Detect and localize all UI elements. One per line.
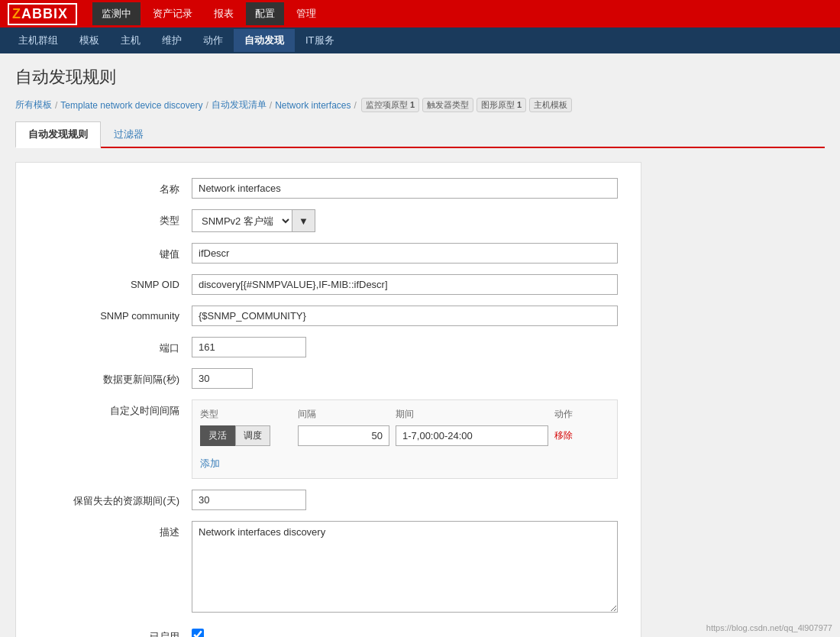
sub-navigation: 主机群组 模板 主机 维护 动作 自动发现 IT服务: [0, 27, 840, 53]
form-row-name: 名称: [39, 178, 618, 199]
field-name: [192, 178, 618, 199]
type-select-wrap: SNMPv2 客户端 ▼: [192, 209, 315, 232]
label-snmp-oid: SNMP OID: [39, 274, 192, 290]
logo-z: Z: [12, 6, 21, 21]
port-input[interactable]: [192, 337, 306, 357]
field-description: Network interfaces discovery: [192, 521, 618, 615]
subnav-itservices[interactable]: IT服务: [295, 29, 345, 52]
enabled-checkbox[interactable]: [192, 629, 204, 637]
name-input[interactable]: [192, 178, 618, 199]
interval-header: 类型 间隔 期间 动作: [200, 408, 609, 421]
interval-type-group: 灵活 调度: [200, 425, 292, 446]
label-name: 名称: [39, 178, 192, 196]
breadcrumb-template[interactable]: Template network device discovery: [60, 100, 202, 111]
label-port: 端口: [39, 337, 192, 355]
label-snmp-community: SNMP community: [39, 306, 192, 322]
form-row-update-interval: 数据更新间隔(秒): [39, 368, 618, 389]
subnav-template[interactable]: 模板: [69, 29, 110, 52]
field-snmp-oid: [192, 274, 618, 295]
label-enabled: 已启用: [39, 626, 192, 637]
interval-value-input[interactable]: [298, 425, 389, 446]
form-row-type: 类型 SNMPv2 客户端 ▼: [39, 209, 618, 232]
form-row-snmp-oid: SNMP OID: [39, 274, 618, 295]
btn-schedule[interactable]: 调度: [235, 425, 270, 446]
form-row-port: 端口: [39, 337, 618, 357]
field-keep-lost: [192, 490, 618, 510]
subnav-autodiscovery[interactable]: 自动发现: [234, 29, 295, 52]
type-select[interactable]: SNMPv2 客户端: [192, 209, 292, 232]
nav-reports[interactable]: 报表: [205, 2, 243, 25]
field-update-interval: [192, 368, 618, 389]
breadcrumb-network-interfaces[interactable]: Network interfaces: [275, 100, 351, 111]
badge-graph-prototype[interactable]: 图形原型 1: [477, 98, 526, 112]
badge-trigger-type[interactable]: 触发器类型: [422, 98, 473, 112]
subnav-hostgroup[interactable]: 主机群组: [8, 29, 69, 52]
form-row-description: 描述 Network interfaces discovery: [39, 521, 618, 615]
field-key: [192, 243, 618, 264]
form-container: 名称 类型 SNMPv2 客户端 ▼ 键值: [15, 162, 641, 637]
field-snmp-community: [192, 306, 618, 326]
tabs-container: 自动发现规则 过滤器: [15, 121, 825, 148]
page-content: 自动发现规则 所有模板 / Template network device di…: [0, 53, 840, 637]
badge-monitor-prototype[interactable]: 监控项原型 1: [361, 98, 419, 112]
remove-interval-btn[interactable]: 移除: [554, 429, 600, 442]
field-enabled: [192, 626, 618, 637]
description-textarea[interactable]: Network interfaces discovery: [192, 521, 618, 613]
col-type: 类型: [200, 408, 292, 421]
label-description: 描述: [39, 521, 192, 539]
nav-config[interactable]: 配置: [246, 2, 284, 25]
update-interval-input[interactable]: [192, 368, 253, 389]
label-update-interval: 数据更新间隔(秒): [39, 368, 192, 386]
keep-lost-input[interactable]: [192, 490, 306, 510]
col-period: 期间: [396, 408, 548, 421]
nav-assets[interactable]: 资产记录: [144, 2, 202, 25]
top-navigation: ZABBIX 监测中 资产记录 报表 配置 管理: [0, 0, 840, 27]
breadcrumb: 所有模板 / Template network device discovery…: [15, 98, 825, 112]
logo: ZABBIX: [8, 3, 77, 25]
form-row-keep-lost: 保留失去的资源期间(天): [39, 490, 618, 510]
label-keep-lost: 保留失去的资源期间(天): [39, 490, 192, 508]
top-nav-links: 监测中 资产记录 报表 配置 管理: [92, 2, 325, 25]
label-key: 键值: [39, 243, 192, 261]
field-port: [192, 337, 618, 357]
tab-filter[interactable]: 过滤器: [101, 121, 157, 147]
nav-monitor[interactable]: 监测中: [92, 2, 141, 25]
label-custom-interval: 自定义时间间隔: [39, 399, 192, 418]
nav-admin[interactable]: 管理: [287, 2, 325, 25]
snmp-oid-input[interactable]: [192, 274, 618, 295]
breadcrumb-discovery-list[interactable]: 自动发现清单: [212, 99, 267, 112]
interval-period-input[interactable]: [396, 425, 548, 446]
interval-row: 灵活 调度 移除: [200, 425, 609, 446]
label-type: 类型: [39, 209, 192, 228]
page-title: 自动发现规则: [15, 66, 825, 89]
badge-host-template[interactable]: 主机模板: [529, 98, 572, 112]
footer-url: https://blog.csdn.net/qq_4l907977: [706, 623, 832, 632]
dropdown-arrow[interactable]: ▼: [292, 209, 315, 232]
form-row-snmp-community: SNMP community: [39, 306, 618, 326]
col-interval: 间隔: [298, 408, 389, 421]
form-row-custom-interval: 自定义时间间隔 类型 间隔 期间 动作 灵活 调度: [39, 399, 618, 479]
subnav-maintenance[interactable]: 维护: [151, 29, 192, 52]
add-interval-btn[interactable]: 添加: [200, 457, 220, 470]
field-custom-interval: 类型 间隔 期间 动作 灵活 调度 移除 添加: [192, 399, 618, 479]
col-action: 动作: [554, 408, 600, 421]
snmp-community-input[interactable]: [192, 306, 618, 326]
field-type: SNMPv2 客户端 ▼: [192, 209, 618, 232]
form-row-enabled: 已启用: [39, 626, 618, 637]
interval-table: 类型 间隔 期间 动作 灵活 调度 移除 添加: [192, 399, 618, 479]
btn-flexible[interactable]: 灵活: [200, 425, 235, 446]
subnav-host[interactable]: 主机: [110, 29, 151, 52]
tab-autodiscovery[interactable]: 自动发现规则: [15, 121, 101, 148]
subnav-actions[interactable]: 动作: [192, 29, 234, 52]
form-row-key: 键值: [39, 243, 618, 264]
key-input[interactable]: [192, 243, 618, 264]
breadcrumb-all-templates[interactable]: 所有模板: [15, 99, 52, 112]
